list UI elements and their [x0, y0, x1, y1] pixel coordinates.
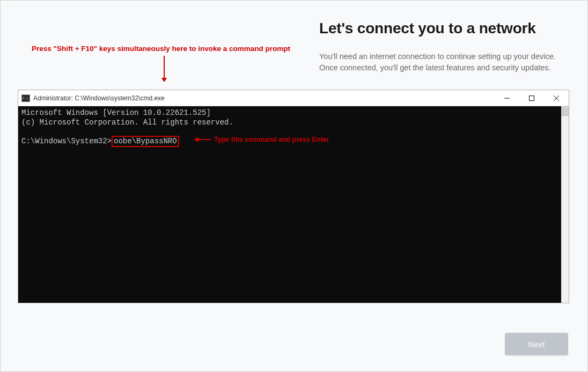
cmd-command-highlight: oobe\BypassNRO	[112, 136, 179, 148]
minimize-button[interactable]	[495, 90, 519, 106]
maximize-button[interactable]	[519, 90, 544, 106]
scrollbar[interactable]	[561, 106, 569, 116]
window-controls	[495, 90, 569, 106]
close-button[interactable]	[544, 90, 569, 106]
cmd-title-text: Administrator: C:\Windows\system32\cmd.e…	[33, 94, 495, 102]
annotation-shift-f10: Press "Shift + F10" keys simultaneously …	[32, 45, 290, 53]
arrow-down-icon	[164, 56, 165, 82]
annotation-inline-text: Type this command and press Enter	[214, 136, 329, 143]
cmd-copyright-line: (c) Microsoft Corporation. All rights re…	[21, 118, 558, 128]
annotation-type-command: Type this command and press Enter	[195, 136, 329, 143]
cmd-titlebar[interactable]: Administrator: C:\Windows\system32\cmd.e…	[18, 90, 569, 106]
next-button[interactable]: Next	[505, 333, 568, 355]
cmd-blank-line	[21, 127, 558, 137]
command-prompt-window[interactable]: Administrator: C:\Windows\system32\cmd.e…	[18, 90, 569, 303]
oobe-screen: Let's connect you to a network You'll ne…	[0, 0, 588, 372]
svg-rect-1	[530, 96, 534, 100]
cmd-version-line: Microsoft Windows [Version 10.0.22621.52…	[21, 108, 558, 118]
arrow-left-icon	[195, 139, 211, 140]
cmd-command[interactable]: oobe\BypassNRO	[114, 137, 177, 145]
cmd-icon	[21, 94, 30, 102]
page-title: Let's connect you to a network	[319, 20, 566, 37]
cmd-prompt: C:\Windows\System32>	[21, 137, 112, 145]
page-subtitle: You'll need an internet connection to co…	[319, 51, 566, 74]
